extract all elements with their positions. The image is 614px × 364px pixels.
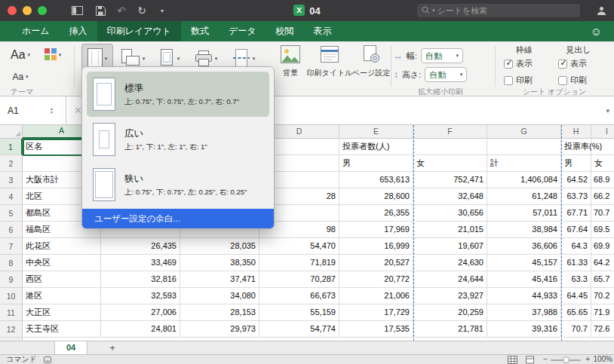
- row-header-8[interactable]: 8: [0, 255, 23, 271]
- cell-B12[interactable]: 24,801: [101, 321, 180, 338]
- gridlines-print-option[interactable]: 印刷: [504, 75, 533, 86]
- cell-F8[interactable]: 24,630: [413, 255, 487, 271]
- page-layout-view-icon[interactable]: [526, 356, 534, 364]
- cell-G10[interactable]: 44,933: [487, 288, 561, 304]
- cell-F4[interactable]: 32,648: [413, 188, 487, 205]
- cell-I7[interactable]: 69.9: [591, 238, 614, 255]
- cell-H8[interactable]: 61.33: [561, 255, 591, 271]
- headings-view-checkbox[interactable]: [558, 60, 567, 69]
- cell-I2[interactable]: 女: [591, 155, 614, 172]
- scale-width-select[interactable]: 自動 ▾: [421, 48, 463, 63]
- gridlines-view-checkbox[interactable]: [504, 60, 513, 69]
- cell-I8[interactable]: 64.2: [591, 255, 614, 271]
- cell-I11[interactable]: 71.9: [591, 304, 614, 321]
- cell-C8[interactable]: 38,350: [180, 255, 259, 271]
- cell-E1[interactable]: 投票者数(人): [339, 139, 413, 155]
- cell-H7[interactable]: 64.3: [561, 238, 591, 255]
- scale-height-select[interactable]: 自動 ▾: [425, 67, 467, 82]
- gridlines-print-checkbox[interactable]: [504, 76, 513, 85]
- name-box[interactable]: A1 ▲▼: [0, 96, 66, 124]
- cell-G1[interactable]: [487, 139, 561, 155]
- cell-F5[interactable]: 30,656: [413, 205, 487, 222]
- cell-E12[interactable]: 17,535: [339, 321, 413, 338]
- cell-D8[interactable]: 71,819: [259, 255, 339, 271]
- zoom-slider[interactable]: [551, 359, 581, 361]
- page-setup-dialog-button[interactable]: ページ設定: [353, 44, 389, 89]
- cell-A7[interactable]: 此花区: [23, 238, 101, 255]
- save-icon[interactable]: [91, 0, 109, 21]
- cell-A9[interactable]: 西区: [23, 271, 101, 288]
- gridlines-view-option[interactable]: 表示: [504, 58, 533, 69]
- tab-review[interactable]: 校閲: [266, 21, 304, 41]
- margins-option-wide[interactable]: 広い上: 1", 下: 1", 左: 1", 右: 1": [87, 117, 269, 162]
- themes-button[interactable]: Aa ▾: [6, 44, 35, 66]
- cell-G4[interactable]: 61,248: [487, 188, 561, 205]
- redo-icon[interactable]: ↻: [133, 0, 151, 21]
- cell-B7[interactable]: 26,435: [101, 238, 180, 255]
- cell-E10[interactable]: 21,006: [339, 288, 413, 304]
- row-header-11[interactable]: 11: [0, 304, 23, 321]
- cell-E7[interactable]: 16,999: [339, 238, 413, 255]
- row-header-1[interactable]: 1: [0, 139, 23, 155]
- formula-bar-expand-icon[interactable]: ▾: [606, 96, 609, 124]
- cell-F11[interactable]: 20,259: [413, 304, 487, 321]
- cell-C10[interactable]: 34,080: [180, 288, 259, 304]
- cell-A12[interactable]: 天王寺区: [23, 321, 101, 338]
- column-header-I[interactable]: I: [591, 125, 614, 139]
- cell-G7[interactable]: 36,606: [487, 238, 561, 255]
- tab-page-layout[interactable]: 印刷レイアウト: [97, 21, 181, 41]
- cell-F7[interactable]: 19,607: [413, 238, 487, 255]
- cell-C12[interactable]: 29,973: [180, 321, 259, 338]
- row-header-10[interactable]: 10: [0, 288, 23, 304]
- cell-H1[interactable]: 投票率(%): [561, 139, 591, 155]
- cell-G2[interactable]: 計: [487, 155, 561, 172]
- row-header-12[interactable]: 12: [0, 321, 23, 338]
- tab-insert[interactable]: 挿入: [60, 21, 97, 41]
- cell-G8[interactable]: 45,157: [487, 255, 561, 271]
- cell-I3[interactable]: 68.9: [591, 172, 614, 188]
- cell-E2[interactable]: 男: [339, 155, 413, 172]
- cell-E4[interactable]: 28,600: [339, 188, 413, 205]
- minimize-button[interactable]: [23, 6, 32, 15]
- cell-H9[interactable]: 63.3: [561, 271, 591, 288]
- cell-A8[interactable]: 中央区: [23, 255, 101, 271]
- margins-option-narrow[interactable]: 狭い上: 0.75", 下: 0.75", 左: 0.25", 右: 0.25": [87, 162, 269, 207]
- cell-H2[interactable]: 男: [561, 155, 591, 172]
- cell-F6[interactable]: 21,015: [413, 222, 487, 238]
- tab-view[interactable]: 表示: [304, 21, 342, 41]
- column-header-G[interactable]: G: [487, 125, 561, 139]
- row-header-9[interactable]: 9: [0, 271, 23, 288]
- share-icon[interactable]: [597, 6, 606, 17]
- cell-B8[interactable]: 33,469: [101, 255, 180, 271]
- cell-E9[interactable]: 20,772: [339, 271, 413, 288]
- cell-E6[interactable]: 17,969: [339, 222, 413, 238]
- row-header-2[interactable]: 2: [0, 155, 23, 172]
- cell-G12[interactable]: 39,316: [487, 321, 561, 338]
- close-button[interactable]: [8, 6, 17, 15]
- cell-F9[interactable]: 24,644: [413, 271, 487, 288]
- headings-view-option[interactable]: 表示: [558, 58, 587, 69]
- row-header-5[interactable]: 5: [0, 205, 23, 222]
- cell-H3[interactable]: 64.52: [561, 172, 591, 188]
- row-header-3[interactable]: 3: [0, 172, 23, 188]
- cell-A11[interactable]: 大正区: [23, 304, 101, 321]
- cell-H11[interactable]: 65.65: [561, 304, 591, 321]
- cell-G11[interactable]: 37,988: [487, 304, 561, 321]
- feedback-smiley-icon[interactable]: ☺: [591, 21, 602, 41]
- tab-home[interactable]: ホーム: [12, 21, 60, 41]
- cell-F10[interactable]: 23,927: [413, 288, 487, 304]
- cell-B9[interactable]: 32,816: [101, 271, 180, 288]
- column-header-E[interactable]: E: [339, 125, 413, 139]
- macro-indicator-icon[interactable]: [44, 356, 51, 364]
- cell-D11[interactable]: 55,159: [259, 304, 339, 321]
- toolbar-options-icon[interactable]: ▾: [153, 0, 171, 21]
- cell-D7[interactable]: 54,470: [259, 238, 339, 255]
- cell-D12[interactable]: 54,774: [259, 321, 339, 338]
- cell-I6[interactable]: 69.5: [591, 222, 614, 238]
- zoom-slider-knob[interactable]: [563, 356, 569, 363]
- row-header-6[interactable]: 6: [0, 222, 23, 238]
- cell-H10[interactable]: 64.45: [561, 288, 591, 304]
- cell-B11[interactable]: 27,006: [101, 304, 180, 321]
- undo-icon[interactable]: ↶: [112, 0, 130, 21]
- tab-formulas[interactable]: 数式: [181, 21, 219, 41]
